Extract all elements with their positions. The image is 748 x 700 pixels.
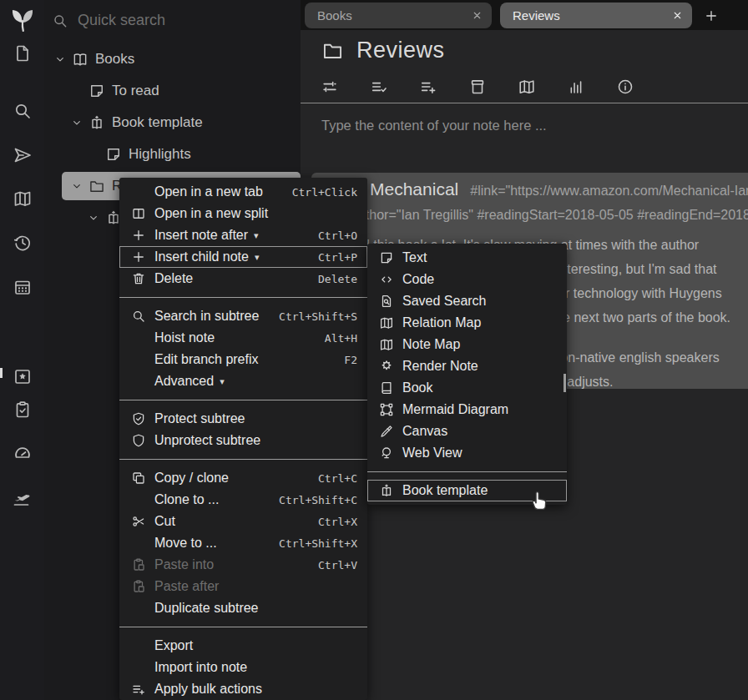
menu-item-shortcut: Ctrl+Shift+C bbox=[270, 494, 357, 506]
menu-item-relation-map[interactable]: Relation Map bbox=[367, 312, 567, 334]
plane-takeoff-launcher-button[interactable] bbox=[0, 486, 44, 510]
menu-item-shortcut: Ctrl+P bbox=[310, 251, 357, 264]
menu-separator bbox=[119, 459, 367, 460]
history-launcher-button[interactable] bbox=[0, 231, 44, 254]
menu-separator bbox=[119, 627, 367, 627]
map-ribbon-button[interactable] bbox=[518, 78, 536, 96]
clipboard-check-launcher-button[interactable] bbox=[0, 398, 44, 421]
paste-icon bbox=[131, 557, 146, 572]
menu-item-label: Render Note bbox=[402, 359, 478, 374]
submenu-scrollbar[interactable] bbox=[564, 374, 566, 392]
cut-icon bbox=[131, 514, 148, 529]
tree-item-label: To read bbox=[112, 83, 159, 99]
menu-item-saved-search[interactable]: Saved Search bbox=[367, 290, 567, 312]
menu-item-render-note[interactable]: Render Note bbox=[367, 355, 567, 377]
menu-item-label: Insert note after bbox=[154, 228, 248, 243]
note-content-editor[interactable]: Type the content of your note here ... bbox=[301, 103, 748, 133]
chevron-down-icon[interactable] bbox=[53, 53, 72, 66]
submenu-items: TextCodeSaved SearchRelation MapNote Map… bbox=[367, 247, 567, 501]
menu-item-delete[interactable]: DeleteDelete bbox=[119, 268, 367, 290]
tree-item-books[interactable]: Books bbox=[44, 43, 301, 75]
tune-ribbon-button[interactable] bbox=[321, 78, 339, 96]
menu-item-search-in-subtree[interactable]: Search in subtreeCtrl+Shift+S bbox=[119, 305, 367, 327]
menu-item-canvas[interactable]: Canvas bbox=[367, 421, 567, 442]
tab-close-icon[interactable] bbox=[671, 9, 684, 22]
menu-item-open-in-a-new-split[interactable]: Open in a new split bbox=[119, 203, 367, 224]
menu-item-note-map[interactable]: Note Map bbox=[367, 334, 567, 355]
code-icon bbox=[379, 272, 396, 287]
menu-item-protect-subtree[interactable]: Protect subtree bbox=[119, 408, 367, 430]
menu-item-mermaid-diagram[interactable]: Mermaid Diagram bbox=[367, 399, 567, 421]
menu-item-copy-clone[interactable]: Copy / cloneCtrl+C bbox=[119, 467, 367, 489]
web-icon bbox=[379, 446, 396, 461]
menu-separator bbox=[119, 400, 367, 400]
search-icon bbox=[131, 309, 148, 324]
new-tab-button[interactable] bbox=[700, 5, 722, 27]
menu-item-shortcut: F2 bbox=[336, 354, 357, 366]
chevron-down-icon[interactable] bbox=[87, 211, 105, 224]
info-ribbon-button[interactable] bbox=[616, 78, 634, 96]
tab-close-icon[interactable] bbox=[471, 9, 483, 22]
book-template-icon bbox=[88, 114, 105, 131]
list-plus-ribbon-button[interactable] bbox=[419, 78, 437, 96]
menu-item-export[interactable]: Export bbox=[119, 635, 367, 657]
archive-ribbon-button[interactable] bbox=[468, 78, 487, 96]
menu-item-label: Advanced bbox=[154, 374, 214, 389]
menu-item-paste-into[interactable]: Paste intoCtrl+V bbox=[119, 554, 367, 576]
menu-item-label: Paste after bbox=[154, 579, 219, 594]
menu-item-web-view[interactable]: Web View bbox=[367, 442, 567, 464]
menu-item-open-in-a-new-tab[interactable]: Open in a new tabCtrl+Click bbox=[119, 181, 367, 203]
chevron-down-icon[interactable] bbox=[70, 179, 88, 193]
editor-placeholder: Type the content of your note here ... bbox=[321, 118, 547, 133]
menu-item-label: Search in subtree bbox=[154, 309, 259, 324]
trash-icon bbox=[131, 271, 146, 286]
tree-item-to-read[interactable]: To read bbox=[44, 75, 301, 107]
menu-item-label: Book bbox=[402, 380, 432, 395]
chevron-down-icon[interactable] bbox=[70, 116, 88, 129]
menu-separator bbox=[367, 471, 567, 472]
menu-item-insert-note-after[interactable]: Insert note after▾Ctrl+O bbox=[119, 224, 367, 246]
menu-item-label: Edit branch prefix bbox=[154, 352, 259, 367]
tab-books[interactable]: Books bbox=[305, 3, 492, 28]
menu-item-duplicate-subtree[interactable]: Duplicate subtree bbox=[119, 597, 367, 619]
folder-icon bbox=[88, 178, 105, 194]
tree-item-book-template[interactable]: Book template bbox=[44, 107, 301, 138]
menu-item-text[interactable]: Text bbox=[367, 247, 567, 269]
gauge-launcher-button[interactable] bbox=[0, 441, 44, 465]
menu-item-paste-after[interactable]: Paste after bbox=[119, 576, 367, 597]
menu-item-cut[interactable]: CutCtrl+X bbox=[119, 511, 367, 532]
bar-chart-ribbon-button[interactable] bbox=[567, 78, 585, 96]
menu-item-code[interactable]: Code bbox=[367, 269, 567, 290]
menu-item-apply-bulk-actions[interactable]: Apply bulk actions bbox=[119, 678, 367, 700]
quick-search-input[interactable]: Quick search bbox=[52, 12, 165, 29]
shield-icon bbox=[131, 433, 146, 448]
list-check-ribbon-button[interactable] bbox=[370, 78, 388, 96]
send-launcher-button[interactable] bbox=[0, 144, 44, 167]
tree-item-highlights[interactable]: Highlights bbox=[44, 138, 301, 170]
tab-reviews[interactable]: Reviews bbox=[500, 3, 692, 28]
menu-item-insert-child-note[interactable]: Insert child note▾Ctrl+P bbox=[119, 246, 367, 268]
menu-item-shortcut: Ctrl+V bbox=[310, 559, 357, 572]
plus-icon bbox=[131, 249, 148, 264]
menu-item-label: Canvas bbox=[402, 424, 447, 439]
calendar-star-launcher-button[interactable] bbox=[0, 365, 44, 388]
search-launcher-button[interactable] bbox=[0, 99, 44, 123]
render-icon bbox=[379, 359, 394, 374]
tab-bar: BooksReviews bbox=[301, 0, 748, 30]
file-launcher-button[interactable] bbox=[0, 42, 44, 65]
calendar-launcher-button[interactable] bbox=[0, 275, 44, 299]
menu-item-edit-branch-prefix[interactable]: Edit branch prefixF2 bbox=[119, 349, 367, 370]
menu-item-unprotect-subtree[interactable]: Unprotect subtree bbox=[119, 430, 367, 451]
close-icon bbox=[671, 9, 684, 22]
menu-item-advanced[interactable]: Advanced▾ bbox=[119, 370, 367, 392]
map-launcher-button[interactable] bbox=[0, 187, 44, 210]
menu-item-import-into-note[interactable]: Import into note bbox=[119, 657, 367, 678]
trilium-logo-icon[interactable] bbox=[6, 4, 39, 38]
note-title[interactable]: Reviews bbox=[356, 38, 445, 63]
book-template-icon bbox=[379, 483, 394, 498]
menu-item-hoist-note[interactable]: Hoist noteAlt+H bbox=[119, 327, 367, 349]
note-icon bbox=[379, 250, 394, 265]
menu-item-book[interactable]: Book bbox=[367, 377, 567, 399]
menu-item-move-to[interactable]: Move to ...Ctrl+Shift+X bbox=[119, 532, 367, 554]
menu-item-clone-to[interactable]: Clone to ...Ctrl+Shift+C bbox=[119, 489, 367, 511]
